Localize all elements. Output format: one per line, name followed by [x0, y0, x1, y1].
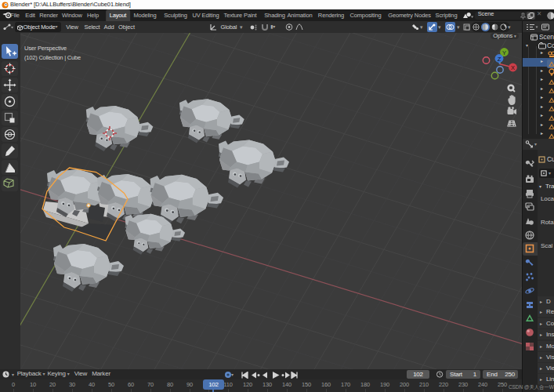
svg-text:Z: Z	[498, 56, 501, 63]
svg-text:X: X	[511, 64, 515, 71]
svg-text:(102) Collection | Cube: (102) Collection | Cube	[24, 54, 81, 61]
svg-text:User Perspective: User Perspective	[24, 45, 67, 52]
svg-text:Y: Y	[502, 49, 506, 56]
